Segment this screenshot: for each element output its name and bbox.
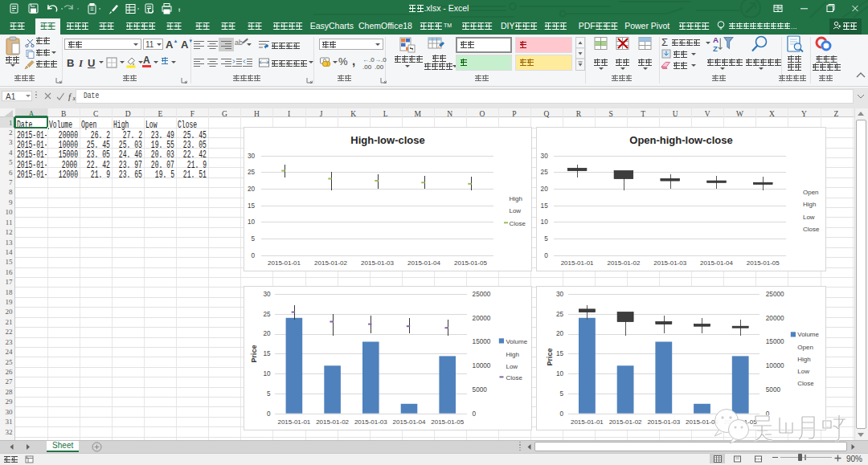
svg-text:15: 15 — [541, 202, 549, 210]
svg-text:Volume: Volume — [797, 332, 819, 339]
svg-text:0: 0 — [560, 410, 564, 418]
svg-text:20: 20 — [263, 331, 271, 338]
svg-text:20: 20 — [541, 186, 549, 193]
svg-text:2015-01-04: 2015-01-04 — [392, 418, 425, 426]
svg-text:2015-01-02: 2015-01-02 — [314, 259, 347, 267]
svg-text:20: 20 — [556, 331, 564, 338]
svg-text:2015-01-03: 2015-01-03 — [648, 418, 681, 426]
svg-text:Price: Price — [546, 349, 554, 366]
svg-text:5: 5 — [560, 390, 564, 398]
svg-text:10000: 10000 — [766, 362, 784, 369]
svg-text:0: 0 — [251, 252, 255, 259]
svg-text:Close: Close — [797, 381, 814, 388]
svg-text:0: 0 — [472, 410, 476, 418]
svg-text:High: High — [797, 356, 810, 363]
svg-text:Volume: Volume — [506, 338, 527, 345]
svg-text:High: High — [803, 202, 816, 209]
svg-text:20000: 20000 — [472, 315, 490, 322]
svg-text:5: 5 — [251, 235, 255, 243]
svg-text:Open-high-low-close: Open-high-low-close — [629, 135, 732, 147]
svg-text:25000: 25000 — [766, 291, 784, 298]
svg-text:5: 5 — [544, 235, 548, 243]
svg-text:25: 25 — [263, 311, 271, 318]
svg-text:10000: 10000 — [472, 362, 490, 369]
svg-text:30: 30 — [541, 153, 549, 160]
svg-text:5000: 5000 — [766, 386, 781, 394]
svg-text:Z: Z — [713, 44, 718, 53]
svg-text:Price: Price — [250, 345, 258, 363]
svg-text:A: A — [713, 35, 719, 44]
svg-text:Open: Open — [797, 344, 813, 351]
svg-text:High-low-close: High-low-close — [350, 135, 424, 147]
svg-text:2015-01-02: 2015-01-02 — [316, 418, 349, 426]
svg-text:0: 0 — [544, 252, 548, 259]
svg-text:5000: 5000 — [472, 386, 487, 394]
svg-text:15: 15 — [263, 351, 271, 358]
svg-text:25: 25 — [541, 169, 549, 177]
svg-text:2015-01-05: 2015-01-05 — [747, 259, 780, 267]
svg-text:15000: 15000 — [766, 339, 784, 346]
svg-text:Low: Low — [509, 208, 521, 215]
svg-text:0: 0 — [267, 410, 271, 418]
svg-text:15: 15 — [556, 351, 564, 358]
svg-text:30: 30 — [556, 291, 564, 298]
svg-text:Close: Close — [506, 374, 522, 381]
svg-text:2015-01-01: 2015-01-01 — [571, 418, 604, 426]
svg-text:2015-01-04: 2015-01-04 — [407, 259, 440, 267]
svg-text:10: 10 — [263, 370, 271, 377]
svg-text:2015-01-03: 2015-01-03 — [653, 259, 686, 267]
svg-text:Open: Open — [803, 189, 819, 196]
svg-text:Close: Close — [509, 220, 526, 227]
svg-text:2015-01-02: 2015-01-02 — [609, 418, 642, 426]
svg-text:15: 15 — [248, 202, 256, 210]
svg-text:2015-01-02: 2015-01-02 — [608, 259, 641, 267]
svg-text:2015-01-01: 2015-01-01 — [277, 418, 310, 426]
svg-text:2015-01-04: 2015-01-04 — [700, 259, 733, 267]
svg-text:Low: Low — [506, 363, 518, 370]
svg-text:2015-01-01: 2015-01-01 — [561, 259, 594, 267]
svg-text:High: High — [506, 351, 518, 358]
svg-text:10: 10 — [248, 219, 256, 226]
svg-text:Low: Low — [803, 214, 815, 221]
svg-text:2015-01-05: 2015-01-05 — [431, 418, 464, 426]
svg-text:10: 10 — [556, 370, 564, 377]
svg-text:15000: 15000 — [472, 339, 490, 346]
svg-text:25000: 25000 — [472, 291, 490, 298]
svg-text:f: f — [68, 92, 72, 101]
svg-text:5: 5 — [267, 390, 271, 398]
svg-text:20000: 20000 — [766, 315, 784, 322]
svg-text:2015-01-03: 2015-01-03 — [361, 259, 394, 267]
svg-text:High: High — [509, 195, 522, 202]
svg-text:Low: Low — [797, 369, 809, 376]
svg-text:Close: Close — [803, 226, 820, 233]
svg-text:30: 30 — [263, 291, 271, 298]
svg-text:2015-01-03: 2015-01-03 — [354, 418, 387, 426]
svg-text:30: 30 — [248, 153, 256, 160]
svg-text:25: 25 — [556, 311, 564, 318]
svg-text:20: 20 — [248, 186, 256, 193]
svg-text:2015-01-01: 2015-01-01 — [268, 259, 301, 267]
svg-text:25: 25 — [248, 169, 256, 177]
svg-text:2015-01-05: 2015-01-05 — [454, 259, 487, 267]
svg-text:10: 10 — [541, 219, 549, 226]
